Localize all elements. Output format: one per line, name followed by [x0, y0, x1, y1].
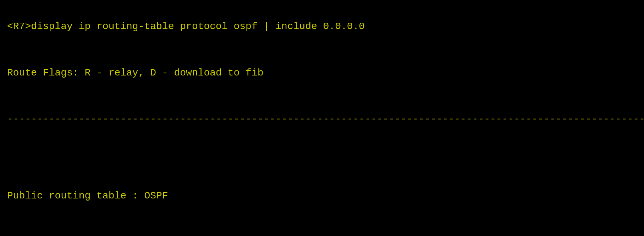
public-routing-table-label: Public routing table : OSPF — [7, 190, 168, 201]
terminal-output: <R7>display ip routing-table protocol os… — [7, 4, 637, 236]
route-flags: Route Flags: R - relay, D - download to … — [7, 67, 264, 78]
command-line: <R7>display ip routing-table protocol os… — [7, 21, 365, 32]
divider-line: ----------------------------------------… — [7, 113, 644, 124]
